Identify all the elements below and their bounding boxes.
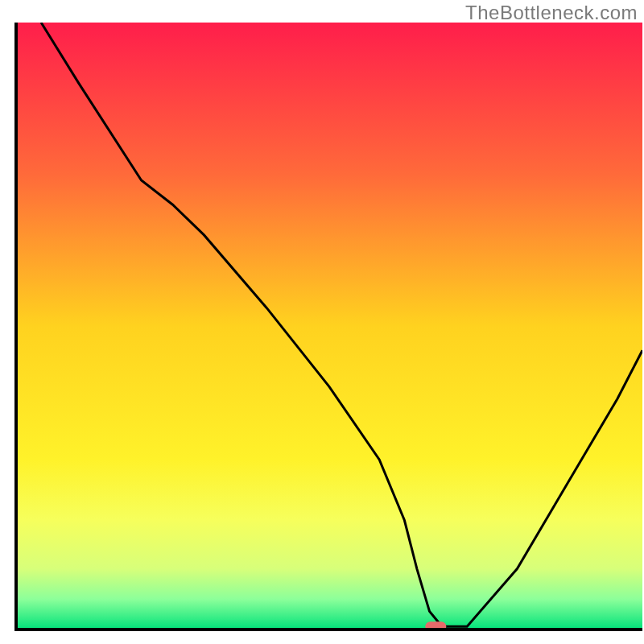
watermark-label: TheBottleneck.com: [465, 2, 638, 24]
chart-container: TheBottleneck.com: [0, 0, 644, 644]
bottleneck-chart: [0, 0, 644, 644]
gradient-background: [16, 23, 642, 630]
